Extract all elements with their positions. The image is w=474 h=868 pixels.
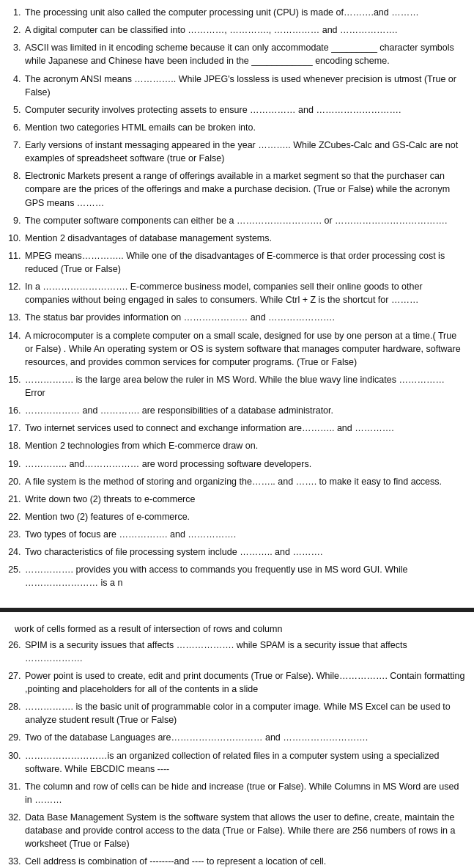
list-item: The status bar provides information on ……: [23, 311, 467, 324]
list-item: Mention two (2) features of e-commerce.: [23, 510, 467, 523]
list-item: Mention 2 disadvantages of database mana…: [23, 232, 467, 245]
top-section: The processing unit also called the comp…: [0, 0, 474, 602]
list-item: Cell address is combination of --------a…: [23, 855, 467, 868]
list-item: A file system is the method of storing a…: [23, 475, 467, 488]
list-item: ……………… and …………. are responsibilities of…: [23, 404, 467, 417]
list-item: ASCII was limited in it encoding scheme …: [23, 41, 467, 67]
list-item: Two of the database Languages are……………………: [23, 731, 467, 744]
bottom-section: work of cells formed as a result of inte…: [0, 618, 474, 869]
list-item: Electronic Markets present a range of of…: [23, 169, 467, 209]
list-item: ……………. is the basic unit of programmable…: [23, 700, 467, 727]
list-item: Two characteristics of file processing s…: [23, 545, 467, 559]
list-item: ………….. and……………… are word processing sof…: [23, 457, 467, 471]
list-item: Write down two (2) threats to e-commerce: [23, 493, 467, 506]
list-item: Two internet services used to connect an…: [23, 422, 467, 435]
list-item: A microcomputer is a complete computer o…: [23, 329, 467, 369]
list-item: Two types of focus are ……………. and …………….: [23, 528, 467, 541]
list-item: ……………. is the large area below the ruler…: [23, 373, 467, 400]
list-item: In a ………………………. E-commerce business mode…: [23, 280, 467, 306]
questions-list-bottom: SPIM is a security issues that affects ……: [7, 639, 467, 868]
list-item: A digital computer can be classified int…: [23, 23, 467, 37]
list-item: The computer software components can eit…: [23, 214, 467, 227]
questions-list-top: The processing unit also called the comp…: [7, 6, 467, 590]
list-item: Mention 2 technologies from which E-comm…: [23, 439, 467, 452]
q25-continuation: work of cells formed as a result of inte…: [7, 622, 467, 636]
list-item: Computer security involves protecting as…: [23, 103, 467, 117]
list-item: ……………. provides you with access to comma…: [23, 563, 467, 589]
list-item: MPEG means………….. While one of the disadv…: [23, 249, 467, 276]
list-item: Data Base Management System is the softw…: [23, 811, 467, 850]
list-item: Early versions of instant messaging appe…: [23, 139, 467, 165]
list-item: ………………………is an organized collection of r…: [23, 749, 467, 776]
list-item: SPIM is a security issues that affects ……: [23, 639, 467, 665]
list-item: The acronym ANSI means ………….. While JPEG…: [23, 73, 467, 99]
list-item: Mention two categories HTML emails can b…: [23, 121, 467, 134]
list-item: The processing unit also called the comp…: [23, 6, 467, 19]
section-divider: [0, 608, 474, 612]
list-item: The column and row of cells can be hide …: [23, 780, 467, 806]
list-item: Power point is used to create, edit and …: [23, 669, 467, 696]
